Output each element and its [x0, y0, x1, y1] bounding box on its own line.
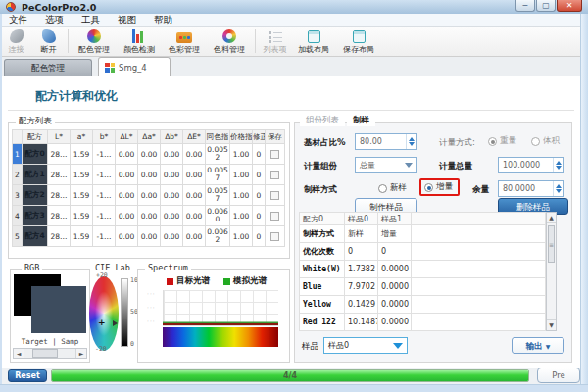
sample-color-swatch: [31, 286, 86, 333]
col-L: L*: [48, 130, 71, 144]
col-db: Δb*: [161, 130, 183, 144]
menu-view[interactable]: 视图: [109, 14, 145, 26]
col-sample0: 样品0: [345, 213, 378, 225]
progress-text: 4/4: [52, 371, 528, 380]
sample-table: 配方0 样品0 样品1 制样方式 新样 增量 优化次数 0 0 White(W)…: [299, 212, 546, 331]
spectrum-ytick: ···: [147, 304, 156, 311]
menu-options[interactable]: 选项: [36, 14, 73, 26]
save-checkbox[interactable]: [270, 232, 279, 241]
maximize-button[interactable]: ▢: [536, 0, 556, 12]
sample-table-row[interactable]: Yellow 0.1429 0.0000: [300, 296, 546, 314]
total-amount-spinner[interactable]: 100.0000: [498, 157, 564, 173]
window-border-bottom: [0, 384, 588, 392]
pigment-manage-button[interactable]: 色料管理: [207, 27, 252, 55]
window-title: PeColorPro2.0: [22, 2, 96, 13]
remain-spinner[interactable]: 80.0000: [498, 180, 564, 197]
save-layout-button[interactable]: 保存布局: [336, 27, 381, 55]
spin-up-icon[interactable]: [409, 137, 415, 141]
toolbar-separator: [255, 29, 256, 53]
col-da: Δa*: [138, 130, 161, 144]
save-checkbox[interactable]: [270, 171, 279, 179]
color-detect-icon: [132, 29, 146, 43]
increment-highlight-box: 增量: [419, 178, 460, 196]
col-a: a*: [71, 130, 93, 144]
lightness-bar: [121, 278, 128, 347]
pre-button[interactable]: Pre: [537, 368, 580, 383]
col-save: 保存: [266, 130, 285, 144]
scroll-down-icon[interactable]: ▼: [547, 319, 556, 330]
sample-table-row[interactable]: Red 122 10.1487 0.0000: [300, 314, 546, 331]
radio-new-sample[interactable]: 新样: [378, 182, 407, 194]
sample-table-scrollbar[interactable]: ▲ ≡ ▼: [546, 212, 557, 331]
chevron-down-icon: ▼: [546, 343, 551, 350]
minimize-button[interactable]: ─: [515, 0, 535, 12]
formula-row[interactable]: 2 配方1 28… 1.59 -1… 0.00 0.00 0.00 0.00 0…: [13, 165, 285, 185]
color-manage-button[interactable]: 色彩管理: [162, 27, 207, 55]
reset-button[interactable]: Reset: [8, 369, 47, 382]
col-formula0: 配方0: [300, 213, 345, 225]
radio-volume: 体积: [531, 135, 560, 147]
component-dropdown[interactable]: 总量: [355, 157, 417, 173]
radio-increment-icon: [424, 183, 433, 192]
formula-table: 配方 L* a* b* ΔL* Δa* Δb* ΔE* 同色指 价格指 修正次 …: [12, 129, 285, 247]
base-ratio-spinner[interactable]: 80.00: [355, 133, 417, 150]
save-checkbox[interactable]: [270, 150, 279, 159]
spin-down-icon[interactable]: [556, 189, 562, 193]
formula-row[interactable]: 3 配方2 28… 1.59 -1… 0.00 0.00 0.00 0.00 0…: [13, 185, 285, 206]
sample-dropdown[interactable]: 样品0: [323, 337, 408, 354]
tab-component-list[interactable]: 组份列表: [300, 115, 345, 126]
output-button[interactable]: 输出 ▼: [512, 337, 564, 354]
formula-row[interactable]: 5 配方4 28… 1.59 -1… 0.00 0.00 0.00 0.00 0…: [13, 226, 285, 247]
sample-table-row[interactable]: Blue 7.9702 0.0000: [300, 278, 546, 296]
cielab-gamut-wheel: [89, 276, 119, 351]
scrollbar-thumb[interactable]: [32, 349, 58, 358]
app-window: PeColorPro2.0 ─ ▢ ✕ 文件 选项 工具 视图 帮助 连接 断开…: [0, 0, 588, 392]
formula-table-header: 配方 L* a* b* ΔL* Δa* Δb* ΔE* 同色指 价格指 修正次 …: [13, 130, 285, 144]
legend-target: 目标光谱: [167, 275, 210, 287]
spin-up-icon[interactable]: [556, 161, 562, 165]
list-icon: [269, 31, 282, 43]
cielab-crosshair: +: [98, 318, 106, 327]
simulated-legend-swatch: [223, 278, 230, 285]
document-tabstrip: 配色管理 Smg_4: [0, 57, 588, 76]
menu-file[interactable]: 文件: [0, 14, 36, 26]
spectrum-curve: [163, 323, 278, 325]
tab-make-sample[interactable]: 制样: [347, 115, 375, 126]
menu-help[interactable]: 帮助: [145, 14, 181, 26]
tab-color-match[interactable]: 配色管理: [4, 59, 92, 76]
sample-table-row[interactable]: 制样方式 新样 增量: [300, 225, 546, 243]
save-checkbox[interactable]: [270, 191, 279, 200]
title-bar: PeColorPro2.0: [0, 0, 588, 14]
spin-down-icon[interactable]: [409, 142, 415, 146]
cielab-tick-bottom: -20: [95, 345, 107, 353]
connect-button: 连接: [0, 27, 32, 55]
color-match-manage-button[interactable]: 配色管理: [72, 27, 117, 55]
color-detect-button[interactable]: 颜色检测: [117, 27, 162, 55]
spin-up-icon[interactable]: [556, 184, 562, 188]
sample-table-row[interactable]: 优化次数 0 0: [300, 243, 546, 261]
formula-row[interactable]: 4 配方3 28… 1.59 -1… 0.00 0.00 0.00 0.00 0…: [13, 206, 285, 226]
formula-row[interactable]: 1 配方0 28… 1.59 -1… 0.00 0.00 0.00 0.00 0…: [13, 144, 285, 165]
spectrum-ytick: ···: [147, 290, 156, 297]
disconnect-button[interactable]: 断开: [32, 27, 65, 55]
load-layout-button[interactable]: 加载布局: [291, 27, 336, 55]
window-border-right: [580, 14, 588, 392]
load-layout-icon: [308, 30, 320, 43]
target-legend-swatch: [167, 278, 173, 285]
radio-increment[interactable]: 增量: [424, 181, 453, 193]
close-button[interactable]: ✕: [557, 0, 582, 12]
radio-new-sample-icon: [378, 184, 387, 193]
menu-tools[interactable]: 工具: [73, 14, 109, 26]
sample-table-header: 配方0 样品0 样品1: [300, 213, 546, 225]
sample-table-row[interactable]: White(W) 1.7382 0.0000: [300, 261, 546, 278]
save-checkbox[interactable]: [270, 212, 279, 220]
tab-smg4[interactable]: Smg_4: [98, 57, 171, 76]
spin-down-icon[interactable]: [556, 166, 562, 170]
rgb-scrollbar[interactable]: ◄ ►: [13, 348, 87, 359]
pigment-ring-icon: [222, 29, 236, 43]
scroll-up-icon[interactable]: ▲: [547, 213, 556, 223]
scrollbar-thumb[interactable]: ≡: [548, 225, 555, 263]
col-corrections: 修正次: [253, 130, 266, 144]
scroll-left-icon[interactable]: ◄: [14, 349, 24, 358]
scroll-right-icon[interactable]: ►: [75, 349, 86, 358]
